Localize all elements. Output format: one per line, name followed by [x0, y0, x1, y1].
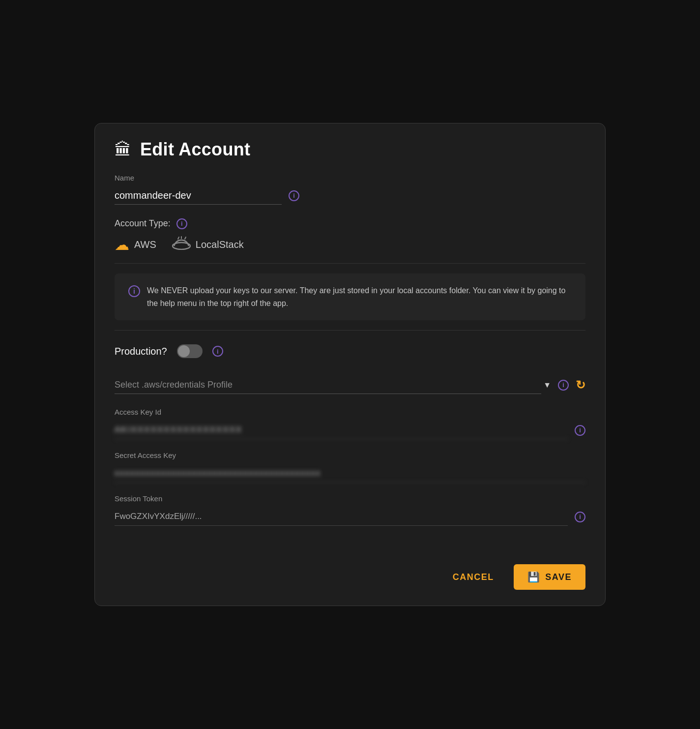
- aws-label: AWS: [134, 239, 156, 250]
- localstack-label: LocalStack: [196, 239, 244, 250]
- localstack-option[interactable]: LocalStack: [172, 236, 244, 253]
- svg-line-3: [185, 237, 186, 239]
- name-input[interactable]: [115, 187, 282, 205]
- localstack-icon: [172, 236, 191, 253]
- refresh-icon[interactable]: ↻: [576, 378, 585, 392]
- modal-body: Name i Account Type: i: [95, 174, 605, 552]
- svg-line-1: [178, 237, 179, 239]
- production-label: Production?: [115, 346, 167, 357]
- access-key-input-wrap: [115, 421, 568, 439]
- production-info-icon[interactable]: i: [212, 346, 223, 357]
- access-key-label: Access Key Id: [115, 408, 585, 416]
- notice-text: We NEVER upload your keys to our server.…: [147, 284, 572, 309]
- secret-key-label: Secret Access Key: [115, 451, 585, 459]
- secret-key-input[interactable]: [115, 464, 585, 483]
- session-token-input[interactable]: [115, 508, 568, 526]
- modal-title: Edit Account: [140, 139, 250, 160]
- session-token-input-row: i: [115, 508, 585, 526]
- name-field-group: Name i: [115, 174, 585, 205]
- aws-option[interactable]: ☁ AWS: [115, 236, 156, 253]
- save-button[interactable]: 💾 SAVE: [514, 564, 585, 590]
- secret-key-section: Secret Access Key: [115, 451, 585, 483]
- name-field-row: i: [115, 187, 585, 205]
- toggle-knob: [178, 345, 190, 357]
- session-token-label: Session Token: [115, 494, 585, 503]
- session-token-input-wrap: [115, 508, 568, 526]
- production-toggle[interactable]: [177, 344, 203, 358]
- bank-icon: 🏛: [115, 141, 131, 158]
- name-label: Name: [115, 174, 585, 182]
- save-label: SAVE: [545, 572, 572, 582]
- access-key-input[interactable]: [115, 421, 568, 439]
- session-token-info-icon[interactable]: i: [575, 512, 585, 522]
- credentials-profile-row: Select .aws/credentials Profile ▼ i ↻: [115, 376, 585, 394]
- info-notice: i We NEVER upload your keys to our serve…: [115, 273, 585, 320]
- account-type-info-icon[interactable]: i: [176, 218, 187, 229]
- session-token-section: Session Token i: [115, 494, 585, 526]
- credentials-info-icon[interactable]: i: [558, 380, 569, 391]
- divider-2: [115, 330, 585, 331]
- modal-footer: CANCEL 💾 SAVE: [95, 552, 605, 606]
- modal-header: 🏛 Edit Account: [95, 123, 605, 174]
- dropdown-arrow-icon: ▼: [543, 381, 551, 390]
- access-key-input-row: i: [115, 421, 585, 439]
- notice-info-icon: i: [128, 285, 140, 297]
- account-type-section: Account Type: i ☁ AWS: [115, 218, 585, 253]
- aws-cloud-icon: ☁: [115, 236, 129, 253]
- access-key-section: Access Key Id i: [115, 408, 585, 439]
- credentials-profile-select[interactable]: Select .aws/credentials Profile: [115, 376, 541, 394]
- account-type-label: Account Type:: [115, 218, 171, 229]
- cancel-button[interactable]: CANCEL: [443, 566, 504, 588]
- production-row: Production? i: [115, 344, 585, 358]
- modal-overlay: 🏛 Edit Account Name i Account Type:: [0, 0, 700, 729]
- name-info-icon[interactable]: i: [289, 190, 299, 201]
- save-icon: 💾: [527, 571, 541, 583]
- access-key-info-icon[interactable]: i: [575, 425, 585, 436]
- divider-1: [115, 263, 585, 264]
- edit-account-modal: 🏛 Edit Account Name i Account Type:: [94, 123, 606, 606]
- account-type-options: ☁ AWS LocalSt: [115, 236, 585, 253]
